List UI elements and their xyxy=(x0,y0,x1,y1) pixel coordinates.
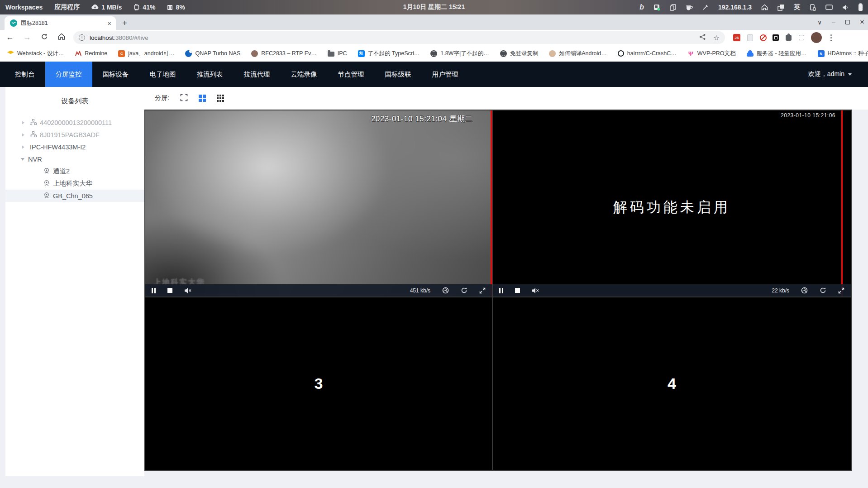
tab-emap[interactable]: 电子地图 xyxy=(139,62,186,87)
expand-icon[interactable] xyxy=(838,287,844,294)
tab-gb-cascade[interactable]: 国标级联 xyxy=(375,62,422,87)
bookmark-webstack[interactable]: Webstack - 设计… xyxy=(7,50,64,57)
caret-down-icon[interactable] xyxy=(21,158,24,163)
bookmark-wvp-docs[interactable]: Ψ WVP-PRO文档 xyxy=(687,50,736,57)
video-cell-1[interactable]: 2023-01-10 15:21:04 星期二 上地科实大华 451 kb/s xyxy=(145,110,492,297)
battery-icon[interactable] xyxy=(858,4,863,11)
pause-icon[interactable] xyxy=(152,288,156,293)
bookmark-typescript[interactable]: 知 了不起的 TypeScri… xyxy=(358,50,420,57)
tab-push-list[interactable]: 推流列表 xyxy=(186,62,234,87)
tree-item-channel2[interactable]: 通道2 xyxy=(5,165,144,177)
tab-search-icon[interactable]: ∨ xyxy=(817,19,822,26)
mute-icon[interactable] xyxy=(184,287,192,294)
user-menu[interactable]: 欢迎，admin xyxy=(808,70,868,78)
ip-address[interactable]: 192.168.1.3 xyxy=(718,4,752,11)
bookmark-star-icon[interactable] xyxy=(713,33,720,42)
clipboard-tray-icon[interactable] xyxy=(670,4,676,11)
bookmark-java-android[interactable]: C java、android可… xyxy=(118,50,174,57)
tree-item-dahua[interactable]: 上地科实大华 xyxy=(5,177,144,190)
video-cell-4[interactable]: 4 xyxy=(493,297,851,470)
share-icon[interactable] xyxy=(699,33,706,42)
phone-link-icon[interactable] xyxy=(810,4,816,11)
minimize-window-icon[interactable]: – xyxy=(832,19,835,26)
blocker-extension-icon[interactable] xyxy=(760,34,767,41)
video-cell-2[interactable]: 2023-01-10 15:21:06 解码功能未启用 22 kb/s xyxy=(493,110,851,297)
tab-node-manage[interactable]: 节点管理 xyxy=(328,62,375,87)
snapshot-icon[interactable] xyxy=(442,287,449,294)
snapshot-icon[interactable] xyxy=(801,287,808,294)
tree-item-ipc[interactable]: IPC-HFW4433M-I2 xyxy=(5,141,144,153)
app-indicator-icon[interactable] xyxy=(653,4,660,11)
screen-share-icon[interactable] xyxy=(825,5,833,10)
browser-home-button[interactable] xyxy=(56,33,67,42)
bookmark-18w[interactable]: 1.8W字|了不起的… xyxy=(430,50,489,57)
bookmark-qnap[interactable]: QNAP Turbo NAS xyxy=(185,50,240,57)
home-tray-icon[interactable] xyxy=(761,4,768,10)
webstack-icon xyxy=(7,51,14,57)
browser-tab[interactable]: 国标28181 × xyxy=(5,16,116,30)
site-info-icon[interactable] xyxy=(79,34,85,41)
reload-button[interactable] xyxy=(39,33,50,43)
coffee-tray-icon[interactable] xyxy=(686,4,693,10)
video-grid: 2023-01-10 15:21:04 星期二 上地科实大华 451 kb/s xyxy=(144,110,852,471)
bing-tray-icon[interactable]: b xyxy=(639,3,644,11)
tool-tray-icon[interactable] xyxy=(702,4,709,10)
restore-window-icon[interactable] xyxy=(845,20,850,24)
caret-right-icon[interactable] xyxy=(22,121,26,124)
refresh-icon[interactable] xyxy=(820,287,826,294)
qnap-icon xyxy=(185,50,192,57)
bookmark-android-compile[interactable]: 如何编译Android… xyxy=(549,50,607,57)
video-cell-3[interactable]: 3 xyxy=(145,297,492,470)
tab-user-manage[interactable]: 用户管理 xyxy=(422,62,469,87)
stop-icon[interactable] xyxy=(515,288,520,293)
tab-console[interactable]: 控制台 xyxy=(5,62,45,87)
fullscreen-icon[interactable] xyxy=(180,94,188,103)
split-2x2-button[interactable] xyxy=(199,95,206,102)
workspaces-button[interactable]: Workspaces xyxy=(5,4,43,11)
bookmark-github[interactable]: hairrrrr/C-CrashC… xyxy=(618,50,677,57)
browser-menu-icon[interactable] xyxy=(830,37,832,38)
windows-tray-icon[interactable] xyxy=(777,4,784,11)
close-window-icon[interactable]: × xyxy=(860,18,864,27)
bookmark-rfc2833[interactable]: RFC2833 – RTP Ev… xyxy=(251,50,317,57)
bookmark-ipc-folder[interactable]: IPC xyxy=(328,50,347,57)
caret-right-icon[interactable] xyxy=(22,145,26,149)
bookmark-redmine[interactable]: Redmine xyxy=(75,50,107,57)
extensions-puzzle-icon[interactable] xyxy=(786,35,792,41)
tab-close-icon[interactable]: × xyxy=(107,19,111,27)
tab-split-monitor[interactable]: 分屏监控 xyxy=(45,62,92,87)
address-bar[interactable]: localhost:38080/#/live xyxy=(73,31,725,44)
tree-item-platform[interactable]: 8J01915PAGB3ADF xyxy=(5,129,144,141)
memory-usage: 8% xyxy=(167,4,185,11)
refresh-icon[interactable] xyxy=(461,287,467,294)
bookmark-hdatmos[interactable]: N HDAtmos :: 种子 *… xyxy=(818,50,868,57)
back-button[interactable]: ← xyxy=(5,33,15,42)
cpu-usage: 41% xyxy=(134,4,155,11)
tree-item-nvr[interactable]: NVR xyxy=(5,153,144,165)
cluster-icon xyxy=(30,131,37,139)
mute-icon[interactable] xyxy=(532,287,539,294)
input-method-indicator[interactable]: 英 xyxy=(794,3,800,11)
page-extension-icon[interactable] xyxy=(747,34,753,41)
recorder-extension-icon[interactable] xyxy=(773,34,779,41)
bookmark-copy-free[interactable]: 免登录复制 xyxy=(500,50,539,57)
tab-gb-devices[interactable]: 国标设备 xyxy=(92,62,139,87)
tree-item-gb-chn-065[interactable]: GB_Chn_065 xyxy=(5,190,144,202)
volume-icon[interactable] xyxy=(842,5,849,10)
split-3x3-button[interactable] xyxy=(217,95,224,102)
tab-pull-proxy[interactable]: 拉流代理 xyxy=(234,62,281,87)
tree-item-platform[interactable]: 44020000013200000111 xyxy=(5,116,144,129)
js-extension-icon[interactable]: JS xyxy=(733,34,740,41)
new-tab-button[interactable]: + xyxy=(122,18,127,28)
bookmark-cloud-server[interactable]: 服务器 - 轻量应用… xyxy=(747,50,807,57)
tab-cloud-record[interactable]: 云端录像 xyxy=(281,62,328,87)
box-extension-icon[interactable] xyxy=(799,35,804,40)
system-top-bar: Workspaces 应用程序 1 MB/s 41% 8% 1月 xyxy=(0,0,868,14)
stop-icon[interactable] xyxy=(167,288,172,293)
profile-avatar[interactable] xyxy=(811,32,822,43)
caret-right-icon[interactable] xyxy=(22,133,26,137)
applications-menu[interactable]: 应用程序 xyxy=(54,3,80,11)
pause-icon[interactable] xyxy=(499,288,503,293)
forward-button[interactable]: → xyxy=(22,33,33,42)
expand-icon[interactable] xyxy=(479,287,486,294)
